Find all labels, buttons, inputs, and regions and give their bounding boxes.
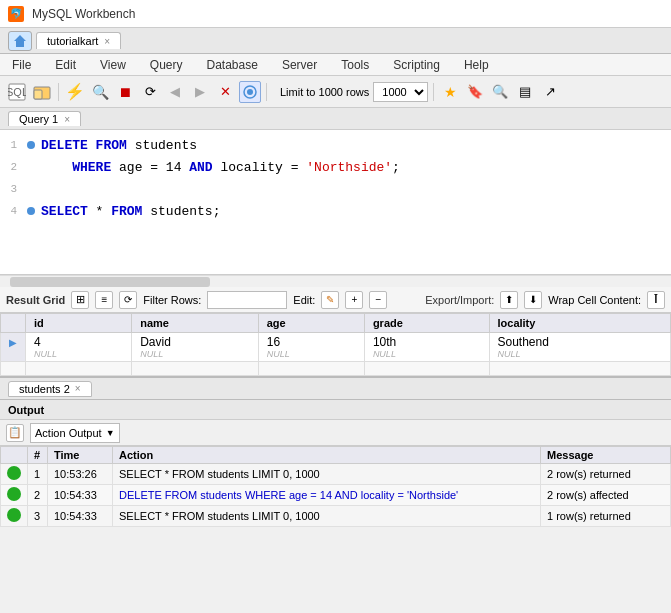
home-tab[interactable]: [8, 31, 32, 51]
menu-help[interactable]: Help: [460, 57, 493, 73]
num-cell-2: 2: [28, 485, 48, 506]
zoom-btn[interactable]: 🔍: [489, 81, 511, 103]
col-age: age: [258, 314, 364, 333]
filter-input[interactable]: [207, 291, 287, 309]
time-cell-1: 10:53:26: [48, 464, 113, 485]
app-icon: 🐬: [8, 6, 24, 22]
svg-point-6: [247, 89, 253, 95]
dropdown-arrow-icon: ▼: [106, 428, 115, 438]
output-row-2: 2 10:54:33 DELETE FROM students WHERE ag…: [1, 485, 671, 506]
tab-bar: tutorialkart ×: [0, 28, 671, 54]
import-btn-result[interactable]: ⬇: [524, 291, 542, 309]
col-indicator: [1, 314, 26, 333]
refresh-btn[interactable]: ⟳: [139, 81, 161, 103]
limit-selector[interactable]: Limit to 1000 rows 1000 500 200: [280, 82, 428, 102]
result-table: id name age grade locality ▶ 4NULL David…: [0, 313, 671, 376]
explain-btn[interactable]: 🔍: [89, 81, 111, 103]
line-indicator: [25, 207, 37, 215]
execute-btn[interactable]: ⚡: [64, 81, 86, 103]
num-cell-1: 1: [28, 464, 48, 485]
cancel-btn[interactable]: ✕: [214, 81, 236, 103]
result-toolbar: Result Grid ⊞ ≡ ⟳ Filter Rows: Edit: ✎ +…: [0, 287, 671, 313]
output-title: Output: [8, 404, 44, 416]
toolbar-separator-3: [433, 83, 434, 101]
toggle-btn[interactable]: [239, 81, 261, 103]
status-ok-icon: [7, 466, 21, 480]
cell-id: 4NULL: [26, 333, 132, 362]
output-type-selector[interactable]: Action Output ▼: [30, 423, 120, 443]
export-btn-result[interactable]: ⬆: [500, 291, 518, 309]
menu-tools[interactable]: Tools: [337, 57, 373, 73]
new-query-btn[interactable]: SQL: [6, 81, 28, 103]
result-grid-label: Result Grid: [6, 294, 65, 306]
output-type-label: Action Output: [35, 427, 102, 439]
students2-close[interactable]: ×: [75, 383, 81, 394]
scroll-thumb[interactable]: [10, 277, 210, 287]
students2-tab[interactable]: students 2 ×: [8, 381, 92, 397]
sql-code: DELETE FROM students: [37, 138, 197, 153]
tutorialkart-tab[interactable]: tutorialkart ×: [36, 32, 121, 49]
back-btn[interactable]: ◀: [164, 81, 186, 103]
query-tab-bar: Query 1 ×: [0, 108, 671, 130]
output-toolbar: 📋 Action Output ▼: [0, 420, 671, 446]
delete-row-btn[interactable]: −: [369, 291, 387, 309]
menu-edit[interactable]: Edit: [51, 57, 80, 73]
title-bar: 🐬 MySQL Workbench: [0, 0, 671, 28]
add-row-btn[interactable]: +: [345, 291, 363, 309]
output-icon-btn[interactable]: 📋: [6, 424, 24, 442]
line-number: 4: [0, 205, 25, 217]
filter-label: Filter Rows:: [143, 294, 201, 306]
star-btn[interactable]: ★: [439, 81, 461, 103]
wrap-label: Wrap Cell Content:: [548, 294, 641, 306]
table-row[interactable]: ▶ 4NULL DavidNULL 16NULL 10thNULL Southe…: [1, 333, 671, 362]
edit-label: Edit:: [293, 294, 315, 306]
sql-line-3: 3: [0, 178, 671, 200]
menu-view[interactable]: View: [96, 57, 130, 73]
limit-dropdown[interactable]: 1000 500 200: [373, 82, 428, 102]
output-col-time: Time: [48, 447, 113, 464]
num-cell-3: 3: [28, 506, 48, 527]
output-section: Output 📋 Action Output ▼ # Time Action M…: [0, 400, 671, 527]
menu-database[interactable]: Database: [203, 57, 262, 73]
cell-name: DavidNULL: [132, 333, 259, 362]
null-locality: [489, 362, 671, 376]
filter-btn[interactable]: ⟳: [119, 291, 137, 309]
open-btn[interactable]: [31, 81, 53, 103]
output-row-3: 3 10:54:33 SELECT * FROM students LIMIT …: [1, 506, 671, 527]
sql-editor[interactable]: 1 DELETE FROM students 2 WHERE age = 14 …: [0, 130, 671, 275]
null-id: [26, 362, 132, 376]
line-number: 2: [0, 161, 25, 173]
menu-file[interactable]: File: [8, 57, 35, 73]
action-text-blue: DELETE FROM students WHERE age = 14 AND …: [119, 489, 458, 501]
export-label: Export/Import:: [425, 294, 494, 306]
menu-scripting[interactable]: Scripting: [389, 57, 444, 73]
form-view-btn[interactable]: ≡: [95, 291, 113, 309]
row-indicator: ▶: [1, 333, 26, 362]
query-tab[interactable]: Query 1 ×: [8, 111, 81, 126]
tab-close-icon[interactable]: ×: [104, 36, 110, 47]
query-tab-label: Query 1: [19, 113, 58, 125]
status-ok-icon-3: [7, 508, 21, 522]
export-btn[interactable]: ↗: [539, 81, 561, 103]
null-indicator: [1, 362, 26, 376]
status-cell-3: [1, 506, 28, 527]
forward-btn[interactable]: ▶: [189, 81, 211, 103]
line-number: 3: [0, 183, 25, 195]
output-col-message: Message: [541, 447, 671, 464]
result-table-header: id name age grade locality: [1, 314, 671, 333]
horizontal-scrollbar[interactable]: [0, 275, 671, 287]
query-tab-close[interactable]: ×: [64, 114, 70, 125]
grid-view-btn[interactable]: ⊞: [71, 291, 89, 309]
status-cell-1: [1, 464, 28, 485]
output-col-status: [1, 447, 28, 464]
stop-btn[interactable]: ⏹: [114, 81, 136, 103]
wrap-btn[interactable]: Ī: [647, 291, 665, 309]
columns-btn[interactable]: ▤: [514, 81, 536, 103]
edit-pencil-btn[interactable]: ✎: [321, 291, 339, 309]
menu-server[interactable]: Server: [278, 57, 321, 73]
bookmark-btn[interactable]: 🔖: [464, 81, 486, 103]
output-table: # Time Action Message 1 10:53:26 SELECT …: [0, 446, 671, 527]
output-col-num: #: [28, 447, 48, 464]
limit-label: Limit to 1000 rows: [280, 86, 369, 98]
menu-query[interactable]: Query: [146, 57, 187, 73]
